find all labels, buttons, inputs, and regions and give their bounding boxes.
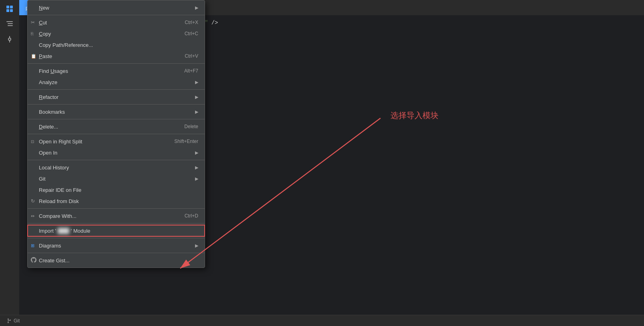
sidebar-icon-project[interactable]: [2, 2, 18, 16]
menu-label-open-in: Open In: [39, 150, 57, 156]
menu-shortcut-open-right-split: Shift+Enter: [174, 139, 198, 144]
git-branch-icon: [6, 318, 12, 324]
menu-arrow-local-history: ▶: [195, 165, 198, 170]
menu-label-compare-with: Compare With...: [39, 213, 76, 219]
menu-label-create-gist: Create Gist...: [39, 258, 70, 264]
cut-icon: ✂: [31, 20, 35, 25]
menu-shortcut-paste: Ctrl+V: [185, 53, 198, 59]
menu-separator-3: [28, 89, 205, 90]
menu-label-local-history: Local History: [39, 165, 69, 171]
blurred-project-name: [58, 228, 69, 234]
menu-item-bookmarks[interactable]: Bookmarks ▶: [28, 106, 205, 117]
menu-arrow-diagrams: ▶: [195, 243, 198, 248]
menu-item-delete[interactable]: Delete... Delete: [28, 121, 205, 132]
menu-label-delete: Delete...: [39, 124, 58, 130]
menu-item-new[interactable]: New ▶: [28, 2, 205, 13]
menu-separator-8: [28, 208, 205, 209]
menu-item-create-gist[interactable]: Create Gist...: [28, 255, 205, 266]
menu-label-refactor: Refactor: [39, 94, 58, 100]
diagrams-icon: ⊞: [31, 243, 34, 248]
svg-rect-0: [6, 6, 9, 8]
menu-shortcut-delete: Delete: [184, 124, 198, 129]
bottom-bar: Git: [0, 315, 644, 326]
menu-item-refactor[interactable]: Refactor ▶: [28, 91, 205, 103]
menu-separator-7: [28, 160, 205, 160]
svg-rect-6: [8, 25, 13, 26]
menu-label-find-usages: Find Usages: [39, 68, 68, 74]
menu-item-paste[interactable]: 📋 Paste Ctrl+V: [28, 50, 205, 62]
menu-item-git[interactable]: Git ▶: [28, 173, 205, 184]
paste-icon: 📋: [31, 54, 36, 59]
menu-item-analyze[interactable]: Analyze ▶: [28, 76, 205, 88]
menu-item-import-module[interactable]: Import ' ' Module: [28, 225, 205, 236]
menu-label-repair-ide: Repair IDE on File: [39, 187, 81, 193]
menu-separator-5: [28, 119, 205, 119]
menu-label-bookmarks: Bookmarks: [39, 109, 65, 115]
bottom-bar-git[interactable]: Git: [3, 318, 23, 324]
bottom-bar-git-label: Git: [14, 318, 20, 324]
split-icon: ⊡: [31, 139, 34, 144]
menu-arrow-refactor: ▶: [195, 95, 198, 100]
copy-icon: ⎘: [31, 31, 34, 36]
sidebar: [0, 0, 19, 326]
svg-rect-3: [10, 9, 13, 12]
menu-separator-9: [28, 223, 205, 223]
menu-arrow-git: ▶: [195, 176, 198, 181]
menu-label-import-module: Import ' ' Module: [39, 228, 91, 234]
menu-label-paste: Paste: [39, 53, 52, 59]
menu-label-cut: Cut: [39, 20, 47, 26]
menu-label-analyze: Analyze: [39, 79, 57, 85]
sidebar-icon-structure[interactable]: [2, 17, 18, 31]
menu-label-copy-path: Copy Path/Reference...: [39, 42, 93, 48]
menu-label-reload-disk: Reload from Disk: [39, 198, 79, 204]
svg-rect-2: [6, 9, 9, 12]
svg-point-12: [8, 318, 9, 320]
svg-point-13: [8, 322, 9, 323]
context-menu: New ▶ ✂ Cut Ctrl+X ⎘ Copy Ctrl+C Copy Pa…: [27, 0, 205, 268]
menu-arrow-bookmarks: ▶: [195, 109, 198, 115]
menu-separator-10: [28, 238, 205, 238]
menu-separator-11: [28, 253, 205, 253]
menu-item-diagrams[interactable]: ⊞ Diagrams ▶: [28, 240, 205, 251]
reload-icon: ↻: [31, 198, 35, 204]
menu-item-local-history[interactable]: Local History ▶: [28, 162, 205, 173]
menu-label-open-right-split: Open in Right Split: [39, 139, 82, 145]
menu-item-copy[interactable]: ⎘ Copy Ctrl+C: [28, 28, 205, 39]
menu-item-repair-ide[interactable]: Repair IDE on File: [28, 184, 205, 195]
svg-rect-4: [6, 21, 13, 22]
sidebar-icon-commits[interactable]: [2, 32, 18, 46]
github-icon: [31, 257, 36, 264]
menu-label-new: New: [39, 5, 49, 11]
menu-item-cut[interactable]: ✂ Cut Ctrl+X: [28, 17, 205, 28]
menu-arrow-analyze: ▶: [195, 80, 198, 85]
menu-label-diagrams: Diagrams: [39, 243, 61, 249]
menu-shortcut-cut: Ctrl+X: [185, 20, 198, 25]
menu-item-copy-path[interactable]: Copy Path/Reference...: [28, 39, 205, 50]
menu-item-open-in[interactable]: Open In ▶: [28, 147, 205, 158]
compare-icon: ⇔: [31, 213, 34, 219]
menu-item-open-right-split[interactable]: ⊡ Open in Right Split Shift+Enter: [28, 136, 205, 147]
menu-separator-4: [28, 104, 205, 105]
menu-separator-1: [28, 15, 205, 15]
menu-shortcut-find-usages: Alt+F7: [184, 68, 198, 74]
menu-item-find-usages[interactable]: Find Usages Alt+F7: [28, 65, 205, 76]
menu-label-copy: Copy: [39, 31, 51, 37]
svg-rect-1: [10, 6, 13, 8]
menu-label-git: Git: [39, 176, 46, 182]
menu-separator-2: [28, 63, 205, 64]
menu-shortcut-compare-with: Ctrl+D: [185, 213, 198, 219]
menu-separator-6: [28, 134, 205, 134]
menu-shortcut-copy: Ctrl+C: [185, 31, 198, 36]
menu-item-reload-disk[interactable]: ↻ Reload from Disk: [28, 195, 205, 207]
menu-arrow-open-in: ▶: [195, 150, 198, 155]
svg-point-7: [8, 38, 11, 40]
menu-arrow-new: ▶: [195, 5, 198, 10]
menu-item-compare-with[interactable]: ⇔ Compare With... Ctrl+D: [28, 210, 205, 221]
svg-rect-5: [8, 23, 13, 24]
